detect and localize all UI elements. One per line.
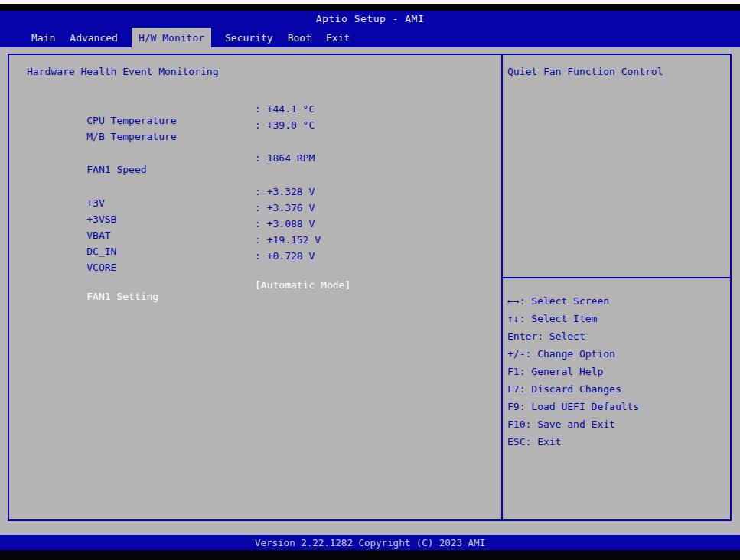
- menu-bar: Main Advanced H/W Monitor Security Boot …: [31, 28, 350, 47]
- reading-label: M/B Temperature: [86, 131, 176, 142]
- app-title: Aptio Setup - AMI: [0, 13, 740, 24]
- key-f10-save-exit: F10: Save and Exit: [507, 415, 729, 433]
- reading-value: : +44.1 °C: [255, 103, 315, 115]
- key-select-item: ↑↓: Select Item: [507, 310, 729, 327]
- setting-label: FAN1 Setting: [86, 291, 158, 302]
- reading-label: VCORE: [86, 262, 116, 273]
- reading-value: : 1864 RPM: [255, 152, 315, 164]
- help-divider: [503, 277, 730, 278]
- reading-value: : +3.088 V: [255, 218, 315, 230]
- key-f1-help: F1: General Help: [507, 363, 729, 380]
- reading-value: : +39.0 °C: [255, 119, 315, 131]
- settings-pane: Hardware Health Event Monitoring CPU Tem…: [9, 55, 503, 519]
- key-enter-select: Enter: Select: [507, 327, 729, 345]
- section-title: Hardware Health Event Monitoring: [27, 66, 218, 77]
- header-bar: Aptio Setup - AMI Main Advanced H/W Moni…: [0, 11, 740, 47]
- tab-advanced[interactable]: Advanced: [69, 28, 119, 47]
- key-legend: ←→: Select Screen ↑↓: Select Item Enter:…: [507, 292, 729, 451]
- reading-label: FAN1 Speed: [86, 164, 146, 175]
- reading-value: : +3.376 V: [255, 202, 315, 213]
- reading-vbat: VBAT : +3.088 V: [27, 218, 495, 231]
- key-select-screen: ←→: Select Screen: [507, 292, 729, 310]
- key-f7-discard: F7: Discard Changes: [507, 380, 729, 398]
- bottom-black-strip: [0, 550, 740, 560]
- tab-security[interactable]: Security: [224, 28, 274, 47]
- tab-exit[interactable]: Exit: [325, 28, 350, 47]
- reading-value: : +0.728 V: [255, 250, 315, 262]
- tab-hw-monitor[interactable]: H/W Monitor: [132, 28, 211, 47]
- version-text: Version 2.22.1282 Copyright (C) 2023 AMI: [255, 537, 485, 549]
- reading-fan1-speed: FAN1 Speed : 1864 RPM: [27, 152, 495, 165]
- content-area: Hardware Health Event Monitoring CPU Tem…: [0, 47, 740, 535]
- setup-panel: Hardware Health Event Monitoring CPU Tem…: [8, 54, 732, 521]
- setting-value: [Automatic Mode]: [255, 279, 350, 291]
- top-black-strip: [0, 4, 740, 11]
- version-bar: Version 2.22.1282 Copyright (C) 2023 AMI: [0, 535, 740, 550]
- reading-mb-temperature: M/B Temperature : +39.0 °C: [27, 119, 495, 132]
- fan1-setting-row[interactable]: FAN1 Setting [Automatic Mode]: [27, 279, 495, 292]
- reading-value: : +19.152 V: [255, 234, 321, 246]
- bios-setup-screen: Aptio Setup - AMI Main Advanced H/W Moni…: [0, 0, 740, 560]
- reading-3v: +3V : +3.328 V: [27, 186, 495, 199]
- reading-3vsb: +3VSB : +3.376 V: [27, 202, 495, 215]
- reading-vcore: VCORE : +0.728 V: [27, 250, 495, 263]
- reading-value: : +3.328 V: [255, 186, 315, 197]
- reading-dc-in: DC_IN : +19.152 V: [27, 234, 495, 247]
- reading-cpu-temperature: CPU Temperature : +44.1 °C: [27, 103, 495, 116]
- tab-main[interactable]: Main: [31, 28, 56, 47]
- item-help-text: Quiet Fan Function Control: [507, 66, 725, 77]
- key-f9-defaults: F9: Load UEFI Defaults: [507, 398, 729, 415]
- help-pane: Quiet Fan Function Control ←→: Select Sc…: [503, 55, 730, 519]
- tab-boot[interactable]: Boot: [287, 28, 312, 47]
- key-change-option: +/-: Change Option: [507, 345, 729, 363]
- key-esc-exit: ESC: Exit: [507, 433, 729, 451]
